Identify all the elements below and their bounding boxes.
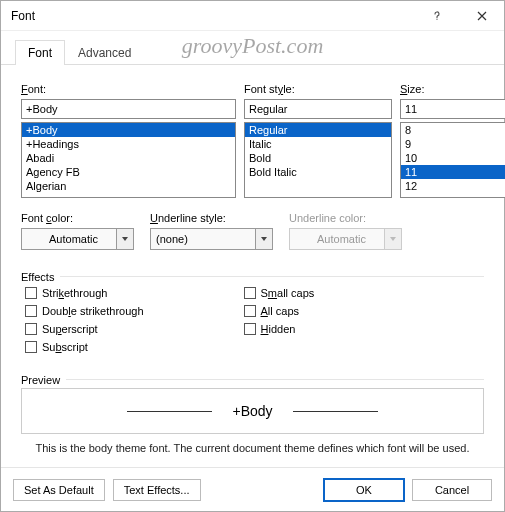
font-style-listbox[interactable]: RegularItalicBoldBold Italic (244, 122, 392, 198)
small-caps-checkbox[interactable]: Small caps (244, 287, 315, 299)
underline-style-combo[interactable] (150, 228, 273, 250)
font-input[interactable] (21, 99, 236, 119)
window-title: Font (11, 9, 35, 23)
underline-color-combo (289, 228, 402, 250)
list-item[interactable]: 8 (401, 123, 505, 137)
text-effects-button[interactable]: Text Effects... (113, 479, 201, 501)
font-style-input[interactable] (244, 99, 392, 119)
font-color-dropdown-button[interactable] (116, 228, 134, 250)
ok-button[interactable]: OK (324, 479, 404, 501)
underline-color-value (289, 228, 384, 250)
list-item[interactable]: Italic (245, 137, 391, 151)
list-item[interactable]: +Body (22, 123, 235, 137)
font-listbox[interactable]: +Body+HeadingsAbadiAgency FBAlgerian (21, 122, 236, 198)
font-label: Font: (21, 83, 236, 95)
underline-style-value[interactable] (150, 228, 255, 250)
tab-font[interactable]: Font (15, 40, 65, 65)
font-color-combo[interactable] (21, 228, 134, 250)
underline-color-dropdown-button (384, 228, 402, 250)
font-color-value[interactable] (21, 228, 116, 250)
preview-tip: This is the body theme font. The current… (21, 442, 484, 454)
list-item[interactable]: Algerian (22, 179, 235, 193)
list-item[interactable]: 11 (401, 165, 505, 179)
preview-text: +Body (232, 403, 272, 419)
preview-line-right (293, 411, 378, 412)
cancel-button[interactable]: Cancel (412, 479, 492, 501)
list-item[interactable]: 9 (401, 137, 505, 151)
strikethrough-checkbox[interactable]: Strikethrough (25, 287, 144, 299)
underline-style-dropdown-button[interactable] (255, 228, 273, 250)
superscript-checkbox[interactable]: Superscript (25, 323, 144, 335)
list-item[interactable]: Abadi (22, 151, 235, 165)
titlebar: Font (1, 1, 504, 31)
hidden-checkbox[interactable]: Hidden (244, 323, 315, 335)
help-button[interactable] (414, 1, 459, 31)
list-item[interactable]: Bold Italic (245, 165, 391, 179)
preview-box: +Body (21, 388, 484, 434)
close-button[interactable] (459, 1, 504, 31)
effects-section-title: Effects (21, 271, 60, 283)
tab-advanced[interactable]: Advanced (65, 40, 144, 65)
size-listbox[interactable]: 89101112 (400, 122, 505, 198)
list-item[interactable]: 10 (401, 151, 505, 165)
font-style-label: Font style: (244, 83, 392, 95)
list-item[interactable]: Bold (245, 151, 391, 165)
font-dialog: Font groovyPost.com Font Advanced Font: … (0, 0, 505, 512)
font-color-label: Font color: (21, 212, 134, 224)
set-as-default-button[interactable]: Set As Default (13, 479, 105, 501)
tab-bar: Font Advanced (1, 39, 504, 65)
underline-style-label: Underline style: (150, 212, 273, 224)
underline-color-label: Underline color: (289, 212, 402, 224)
size-input[interactable] (400, 99, 505, 119)
list-item[interactable]: Agency FB (22, 165, 235, 179)
double-strikethrough-checkbox[interactable]: Double strikethrough (25, 305, 144, 317)
subscript-checkbox[interactable]: Subscript (25, 341, 144, 353)
list-item[interactable]: +Headings (22, 137, 235, 151)
list-item[interactable]: Regular (245, 123, 391, 137)
preview-section-title: Preview (21, 374, 66, 386)
list-item[interactable]: 12 (401, 179, 505, 193)
size-label: Size: (400, 83, 505, 95)
preview-line-left (127, 411, 212, 412)
dialog-footer: Set As Default Text Effects... OK Cancel (1, 467, 504, 511)
all-caps-checkbox[interactable]: All caps (244, 305, 315, 317)
